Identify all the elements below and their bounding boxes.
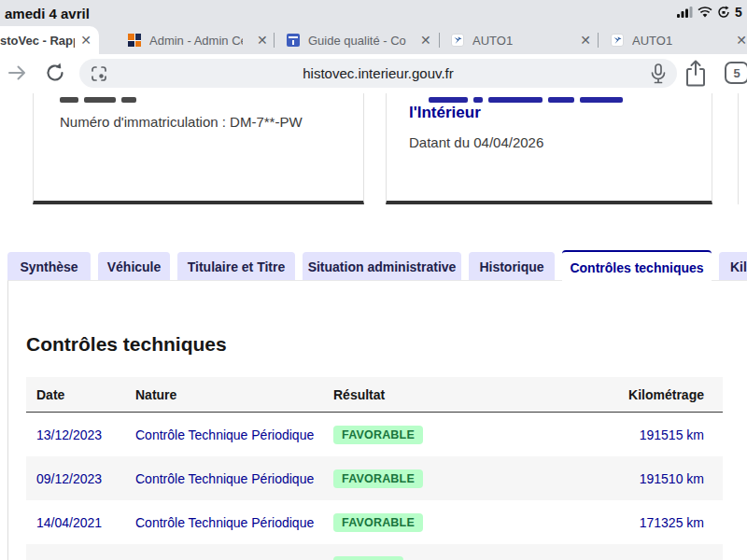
tab-situation-administrative[interactable]: Situation administrative	[303, 252, 461, 282]
browser-tab-auto1[interactable]: AUTO1 ✕	[451, 26, 591, 54]
browser-tab-active[interactable]: stoVec - Rapport v ✕	[0, 26, 99, 54]
tab-switcher-button[interactable]: 5	[725, 62, 747, 84]
cellular-signal-icon	[677, 7, 693, 18]
controles-techniques-panel: Contrôles techniques Date Nature Résulta…	[7, 280, 747, 560]
tab-divider	[439, 33, 440, 48]
registration-number-text: Numéro d'immatriculation : DM-7**-PW	[60, 114, 303, 130]
result-badge: FAVORABLE	[333, 513, 423, 532]
address-bar[interactable]: histovec.interieur.gouv.fr	[79, 59, 677, 88]
browser-tab-title: AUTO1	[632, 34, 722, 48]
cell-date: 09/12/2023	[26, 471, 125, 486]
cell-resultat: FAVORABLE	[323, 469, 601, 488]
status-date: amedi 4 avril	[5, 6, 90, 21]
share-icon[interactable]	[684, 60, 708, 88]
cell-kilometrage: 171325 km	[601, 515, 723, 530]
tab-count: 5	[733, 66, 740, 80]
table-row: 13/12/2023 Contrôle Technique Périodique…	[26, 413, 723, 456]
browser-tab-auto1-2[interactable]: AUTO1 ✕	[611, 26, 747, 54]
table-row: 14/04/2021 Contrôle Technique Périodique…	[26, 500, 723, 544]
browser-tab-title: Admin - Admin Cent	[149, 34, 243, 48]
cell-date: 13/12/2023	[26, 427, 125, 442]
tab-controles-techniques[interactable]: Contrôles techniques	[562, 250, 712, 283]
page-title: Contrôles techniques	[26, 333, 227, 356]
card-edge-sliver	[738, 93, 747, 204]
table-row-partial	[26, 544, 723, 560]
cell-kilometrage: 191515 km	[601, 427, 723, 442]
certificate-date-text: Datant du 04/04/2026	[409, 134, 543, 150]
orientation-lock-icon	[717, 6, 730, 19]
forward-icon[interactable]	[6, 62, 28, 84]
url-text[interactable]: histovec.interieur.gouv.fr	[79, 65, 677, 81]
certificate-title-fragment: l'Intérieur	[409, 104, 481, 122]
auto1-favicon-icon	[611, 34, 624, 47]
browser-chrome-top: amedi 4 avril 5	[0, 0, 747, 54]
close-icon[interactable]: ✕	[257, 34, 268, 47]
status-icons: 5	[677, 5, 747, 20]
cell-nature: Contrôle Technique Périodique	[125, 515, 323, 530]
close-icon[interactable]: ✕	[580, 34, 591, 47]
tab-divider	[598, 33, 599, 48]
table-row: 09/12/2023 Contrôle Technique Périodique…	[26, 456, 723, 500]
tab-vehicule[interactable]: Véhicule	[98, 252, 170, 282]
browser-tab-guide[interactable]: Guide qualité - Com ✕	[287, 26, 431, 54]
browser-tabstrip: stoVec - Rapport v ✕ Admin - Admin Cent …	[0, 26, 747, 54]
col-header-kilometrage: Kilométrage	[601, 387, 723, 402]
clipped-text-fragment	[429, 97, 623, 103]
tab-synthese[interactable]: Synthèse	[7, 252, 91, 282]
screen: amedi 4 avril 5	[0, 0, 747, 560]
col-header-resultat: Résultat	[323, 387, 601, 402]
lens-icon[interactable]	[91, 65, 107, 82]
cell-resultat: FAVORABLE	[323, 513, 601, 532]
vehicle-card: Numéro d'immatriculation : DM-7**-PW	[33, 93, 364, 204]
report-tabs: Synthèse Véhicule Titulaire et Titre Sit…	[0, 250, 747, 282]
admin-favicon-icon	[128, 34, 141, 47]
col-header-date: Date	[26, 387, 125, 402]
reload-icon[interactable]	[43, 61, 67, 85]
status-bar: amedi 4 avril 5	[0, 0, 747, 26]
browser-toolbar: histovec.interieur.gouv.fr 5	[0, 54, 747, 93]
cell-date: 14/04/2021	[26, 515, 125, 530]
controles-table: Date Nature Résultat Kilométrage 13/12/2…	[26, 377, 723, 560]
clipped-text-fragment	[60, 97, 136, 103]
browser-tab-admin[interactable]: Admin - Admin Cent ✕	[128, 26, 268, 54]
wifi-icon	[698, 7, 712, 18]
tab-titulaire-et-titre[interactable]: Titulaire et Titre	[177, 252, 295, 282]
result-badge	[333, 556, 403, 560]
mic-icon[interactable]	[649, 63, 668, 84]
cell-nature: Contrôle Technique Périodique	[125, 471, 323, 486]
battery-percentage: 5	[735, 5, 742, 20]
browser-tab-title: Guide qualité - Com	[308, 34, 406, 48]
certificate-card: l'Intérieur Datant du 04/04/2026	[386, 93, 712, 204]
tab-kilometrage-clipped[interactable]: Kil	[719, 252, 747, 282]
close-icon[interactable]: ✕	[80, 34, 92, 47]
browser-tab-title: stoVec - Rapport v	[0, 34, 75, 48]
page-content: Numéro d'immatriculation : DM-7**-PW l'I…	[0, 93, 747, 560]
result-badge: FAVORABLE	[333, 469, 423, 488]
guide-favicon-icon	[287, 34, 300, 47]
table-header-row: Date Nature Résultat Kilométrage	[26, 377, 723, 413]
browser-tab-title: AUTO1	[472, 34, 566, 48]
close-icon[interactable]: ✕	[420, 34, 431, 47]
close-icon[interactable]: ✕	[736, 34, 747, 47]
tab-historique[interactable]: Historique	[469, 252, 555, 282]
result-badge: FAVORABLE	[333, 426, 423, 444]
tab-divider	[274, 33, 275, 48]
cell-kilometrage: 191510 km	[601, 471, 723, 486]
auto1-favicon-icon	[451, 34, 464, 47]
cell-resultat: FAVORABLE	[323, 426, 601, 444]
cell-nature: Contrôle Technique Périodique	[125, 427, 323, 442]
col-header-nature: Nature	[125, 387, 323, 402]
